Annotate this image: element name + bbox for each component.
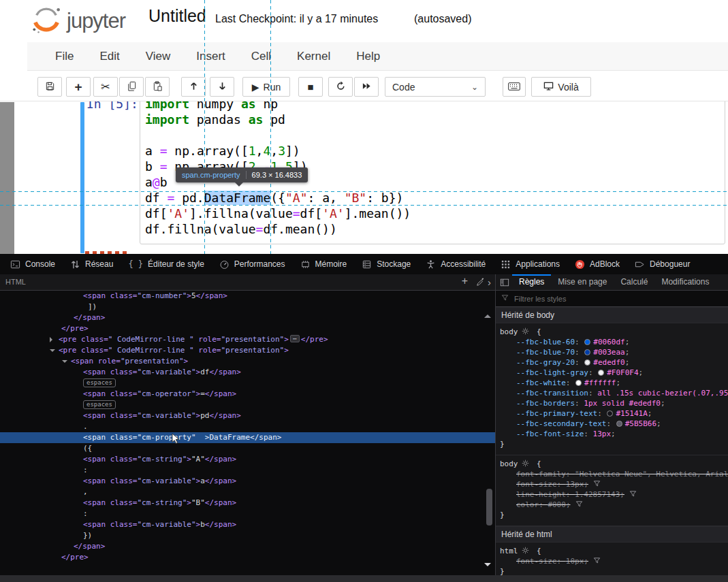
- markup-row[interactable]: <span class="cm-operator">=</span>: [0, 389, 495, 400]
- markup-row[interactable]: <span class="cm-variable">df</span>: [0, 367, 495, 378]
- save-button[interactable]: [37, 77, 62, 97]
- css-declaration[interactable]: font-family: "Helvetica Neue", Helvetica…: [500, 469, 728, 479]
- devtools-tab-reseau[interactable]: Réseau: [63, 254, 121, 274]
- rule-selector[interactable]: html {: [500, 546, 728, 556]
- eyedropper-icon[interactable]: [476, 277, 486, 289]
- whitespace-badge[interactable]: espaces: [83, 400, 116, 409]
- sidebar-tab-modifications[interactable]: Modifications: [654, 274, 716, 290]
- scrollbar-thumb[interactable]: [486, 489, 492, 526]
- menu-item-cell[interactable]: Cell: [238, 50, 284, 63]
- markup-row[interactable]: <span class="cm-number">5</span>: [0, 291, 495, 302]
- css-declaration[interactable]: --fbc-borders: 1px solid #ededf0;: [500, 398, 728, 408]
- markup-row[interactable]: espaces: [0, 400, 495, 410]
- devtools-tab-accessibilite[interactable]: Accessibilité: [418, 254, 493, 274]
- menu-item-edit[interactable]: Edit: [86, 50, 132, 63]
- breadcrumb-overflow-icon[interactable]: ›: [488, 276, 491, 288]
- add-node-button[interactable]: +: [462, 275, 468, 287]
- sidebar-tab-calcule[interactable]: Calculé: [614, 274, 654, 290]
- markup-row[interactable]: ]): [0, 302, 495, 312]
- devtools-tab-memoire[interactable]: Mémoire: [293, 254, 355, 274]
- stop-button[interactable]: ■: [298, 77, 323, 97]
- sidebar-tab-regles[interactable]: Règles: [512, 274, 551, 290]
- markup-row[interactable]: </pre>: [0, 552, 495, 563]
- gear-icon[interactable]: [522, 327, 529, 335]
- move-cell-up-button[interactable]: [181, 77, 206, 97]
- markup-row[interactable]: </span>: [0, 541, 495, 552]
- restart-run-all-button[interactable]: [354, 77, 379, 97]
- css-declaration[interactable]: line-height: 1.42857143;: [500, 489, 728, 500]
- markup-row[interactable]: <span role="presentation">: [0, 356, 495, 367]
- css-declaration[interactable]: font-size: 13px;: [500, 479, 728, 489]
- markup-row[interactable]: <span class="cm-variable">a</span>: [0, 476, 495, 487]
- overridden-filter-icon[interactable]: [593, 556, 601, 566]
- markup-row[interactable]: }): [0, 530, 495, 541]
- markup-row[interactable]: ,: [0, 487, 495, 498]
- menu-item-file[interactable]: File: [42, 50, 86, 63]
- css-declaration[interactable]: --fbc-transition: all .15s cubic-bezier(…: [500, 388, 728, 398]
- css-declaration[interactable]: --fbc-white: #ffffff;: [500, 378, 728, 388]
- markup-row[interactable]: :: [0, 508, 495, 519]
- markup-row-selected[interactable]: <span class="cm-property" >DataFrame</sp…: [0, 432, 495, 443]
- restart-kernel-button[interactable]: [328, 77, 353, 97]
- color-swatch[interactable]: [607, 410, 613, 417]
- css-declaration[interactable]: --fbc-blue-60: #0060df;: [500, 337, 728, 347]
- scroll-down-arrow[interactable]: [484, 563, 491, 570]
- color-swatch[interactable]: [584, 349, 590, 355]
- command-palette-button[interactable]: [503, 77, 526, 97]
- color-swatch[interactable]: [575, 380, 582, 386]
- markup-row[interactable]: <span class="cm-variable">pd</span>: [0, 410, 495, 421]
- menu-item-kernel[interactable]: Kernel: [284, 50, 343, 63]
- markup-row[interactable]: .: [0, 421, 495, 432]
- menu-item-view[interactable]: View: [133, 50, 184, 63]
- css-declaration[interactable]: --fbc-blue-70: #003eaa;: [500, 347, 728, 357]
- jupyter-logo[interactable]: jupyter: [31, 5, 125, 37]
- sidebar-tab-mise-en-page[interactable]: Mise en page: [551, 274, 614, 290]
- devtools-tab-adblock[interactable]: AdBlock: [567, 254, 627, 274]
- css-declaration[interactable]: --fbc-font-size: 13px;: [500, 429, 728, 439]
- devtools-tab-stockage[interactable]: Stockage: [354, 254, 418, 274]
- overridden-filter-icon[interactable]: [593, 479, 601, 489]
- whitespace-badge[interactable]: espaces: [83, 378, 116, 387]
- css-declaration[interactable]: color: #000;: [500, 500, 728, 510]
- move-cell-down-button[interactable]: [210, 77, 234, 97]
- pane-toggle-icon[interactable]: [500, 278, 509, 287]
- color-swatch[interactable]: [584, 339, 590, 345]
- markup-row[interactable]: <span class="cm-variable">b</span>: [0, 519, 495, 530]
- markup-row[interactable]: <span class="cm-string">"B"</span>: [0, 498, 495, 508]
- css-declaration[interactable]: font-size: 10px;: [500, 556, 728, 566]
- menu-item-help[interactable]: Help: [343, 50, 393, 63]
- color-swatch[interactable]: [616, 421, 622, 427]
- expand-arrow-open-icon[interactable]: [62, 360, 67, 366]
- expand-arrow-open-icon[interactable]: [50, 349, 55, 355]
- cell-type-select[interactable]: Code ⌄: [385, 77, 486, 97]
- rule-selector[interactable]: body {: [500, 459, 728, 469]
- css-declaration[interactable]: --fbc-secondary-text: #5B5B66;: [500, 419, 728, 429]
- rule-selector[interactable]: body {: [500, 327, 728, 337]
- filter-styles-input[interactable]: [513, 294, 706, 304]
- markup-row[interactable]: <pre class=" CodeMirror-line " role="pre…: [0, 345, 495, 356]
- devtools-tab-console[interactable]: Console: [3, 254, 63, 274]
- devtools-tab-applications[interactable]: Applications: [493, 254, 567, 274]
- color-swatch[interactable]: [584, 359, 590, 366]
- markup-row[interactable]: espaces: [0, 378, 495, 389]
- gear-icon[interactable]: [522, 547, 529, 554]
- devtools-tab-performances[interactable]: Performances: [212, 254, 293, 274]
- devtools-tab-editeur-de-style[interactable]: { }Éditeur de style: [121, 254, 211, 274]
- markup-row[interactable]: </span>: [0, 312, 495, 323]
- notebook-title[interactable]: Untitled: [148, 6, 206, 26]
- gear-icon[interactable]: [522, 459, 529, 467]
- markup-row[interactable]: :: [0, 465, 495, 476]
- add-cell-button[interactable]: +: [66, 77, 91, 97]
- paste-cell-button[interactable]: [145, 77, 170, 97]
- cut-cell-button[interactable]: ✂: [93, 77, 118, 97]
- devtools-tab-debogueur[interactable]: Débogueur: [627, 254, 697, 274]
- copy-cell-button[interactable]: [119, 77, 144, 97]
- html-search-label[interactable]: HTML: [5, 278, 26, 286]
- markup-row[interactable]: <pre class=" CodeMirror-line " role="pre…: [0, 334, 495, 345]
- overridden-filter-icon[interactable]: [575, 500, 583, 510]
- css-declaration[interactable]: --fbc-light-gray: #F0F0F4;: [500, 368, 728, 378]
- css-declaration[interactable]: --fbc-gray-20: #ededf0;: [500, 357, 728, 368]
- collapsed-content-badge[interactable]: ⋯: [290, 335, 300, 342]
- overridden-filter-icon[interactable]: [629, 489, 637, 500]
- markup-row[interactable]: ({: [0, 443, 495, 454]
